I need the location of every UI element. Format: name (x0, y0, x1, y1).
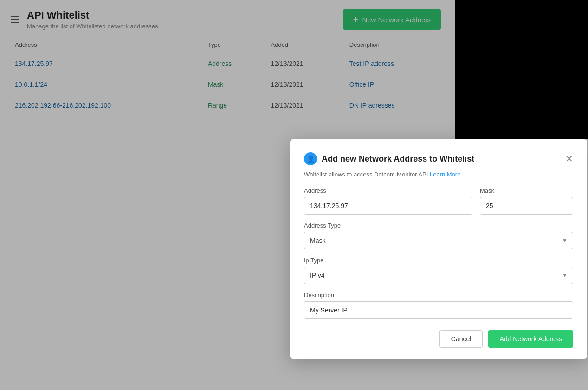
modal-description: Whitelist allows to access Dotcom-Monito… (304, 171, 573, 178)
ip-type-label: Ip Type (304, 257, 573, 264)
close-button[interactable]: ✕ (565, 154, 573, 163)
address-label: Address (304, 187, 472, 194)
modal-header: 👤 Add new Network Address to Whitelist ✕ (304, 152, 573, 165)
modal-title: Add new Network Address to Whitelist (322, 154, 474, 164)
add-network-modal: 👤 Add new Network Address to Whitelist ✕… (290, 139, 587, 359)
description-group: Description (304, 292, 573, 319)
address-type-select-wrapper: Mask Address Range ▼ (304, 232, 573, 249)
mask-input[interactable] (480, 197, 573, 214)
description-input[interactable] (304, 301, 573, 319)
mask-group: Mask (480, 187, 573, 214)
address-input[interactable] (304, 197, 472, 214)
address-type-label: Address Type (304, 222, 573, 229)
user-icon: 👤 (304, 152, 317, 165)
address-group: Address (304, 187, 472, 214)
address-type-group: Address Type Mask Address Range ▼ (304, 222, 573, 249)
modal-footer: Cancel Add Network Address (304, 330, 573, 348)
cancel-button[interactable]: Cancel (439, 330, 483, 348)
learn-more-link[interactable]: Learn More (430, 171, 460, 178)
ip-type-select-wrapper: IP v4 IP v6 ▼ (304, 266, 573, 284)
address-type-select[interactable]: Mask Address Range (304, 232, 573, 249)
add-network-address-button[interactable]: Add Network Address (488, 330, 573, 348)
ip-type-group: Ip Type IP v4 IP v6 ▼ (304, 257, 573, 284)
mask-label: Mask (480, 187, 573, 194)
modal-title-group: 👤 Add new Network Address to Whitelist (304, 152, 474, 165)
ip-type-select[interactable]: IP v4 IP v6 (304, 266, 573, 284)
address-mask-row: Address Mask (304, 187, 573, 214)
modal-desc-text: Whitelist allows to access Dotcom-Monito… (304, 171, 428, 178)
description-label: Description (304, 292, 573, 299)
